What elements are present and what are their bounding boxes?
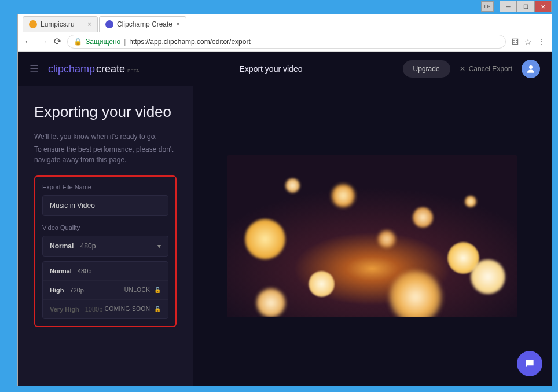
lock-icon: 🔒 [74,38,82,46]
file-name-input[interactable]: Music in Video [42,195,168,216]
option-label: Normal [50,268,72,274]
tab-title: Clipchamp Create [117,20,172,28]
menu-icon[interactable]: ⋮ [538,37,546,46]
lock-icon: 🔒 [154,287,161,293]
quality-option-veryhigh: Very High 1080p COMING SOON 🔒 [43,300,168,318]
quality-option-normal[interactable]: Normal 480p [43,262,168,281]
tab-favicon [29,20,37,28]
tab-clipchamp[interactable]: Clipchamp Create × [99,16,186,32]
reload-button[interactable]: ⟳ [54,36,61,47]
svg-point-0 [529,65,533,69]
option-unlock: UNLOCK 🔒 [124,287,161,293]
tab-favicon [105,20,113,28]
tab-title: Lumpics.ru [41,20,75,28]
close-window-button[interactable]: ✕ [534,1,552,12]
option-label: High [50,287,64,294]
tab-close-icon[interactable]: × [87,20,91,28]
quality-label: Video Quality [42,224,168,231]
app-content: ☰ clipchamp create BETA Export your vide… [18,52,552,386]
option-coming-soon: COMING SOON 🔒 [105,306,161,312]
chevron-down-icon: ▾ [157,242,161,250]
logo[interactable]: clipchamp create BETA [48,63,139,75]
app-header: ☰ clipchamp create BETA Export your vide… [18,52,552,86]
window-controls: ─ ☐ ✕ [500,1,552,12]
upgrade-button[interactable]: Upgrade [403,60,450,78]
secure-label: Защищено [86,38,120,46]
close-icon: ✕ [460,65,465,73]
forward-button[interactable]: → [39,36,48,47]
back-button[interactable]: ← [24,36,33,47]
url-field[interactable]: 🔒 Защищено | https://app.clipchamp.com/e… [67,35,506,49]
tab-close-icon[interactable]: × [176,20,180,28]
option-res: 720p [69,287,83,294]
lock-icon: 🔒 [154,306,161,312]
chat-button[interactable] [517,351,542,376]
export-form: Export File Name Music in Video Video Qu… [34,175,177,327]
star-icon[interactable]: ☆ [524,37,532,46]
export-desc-2: To ensure the best performance, please d… [34,144,177,165]
app-body: Exporting your video We'll let you know … [18,86,552,386]
url-text: https://app.clipchamp.com/editor/export [129,38,250,46]
export-panel: Exporting your video We'll let you know … [18,86,193,386]
cancel-export-button[interactable]: ✕ Cancel Export [460,65,512,73]
export-title: Exporting your video [34,102,177,122]
translate-icon[interactable]: ⚃ [512,37,519,46]
logo-beta: BETA [127,68,139,74]
selected-resolution: 480p [80,242,96,250]
option-res: 1080p [85,306,103,313]
tab-lumpics[interactable]: Lumpics.ru × [23,16,98,32]
tab-strip: Lumpics.ru × Clipchamp Create × [18,14,552,32]
logo-create: create [96,63,125,75]
maximize-button[interactable]: ☐ [517,1,534,12]
page-title: Export your video [148,64,393,74]
address-bar: ← → ⟳ 🔒 Защищено | https://app.clipchamp… [18,32,552,52]
option-res: 480p [78,268,91,274]
quality-dropdown: Normal 480p High 720p UNLOCK 🔒 [42,261,168,319]
browser-window: LP ─ ☐ ✕ Lumpics.ru × Clipchamp Create ×… [17,14,552,386]
quality-option-high[interactable]: High 720p UNLOCK 🔒 [43,281,168,300]
quality-select[interactable]: Normal 480p ▾ [42,236,168,257]
lp-badge: LP [481,1,494,12]
file-name-label: Export File Name [42,184,168,190]
avatar[interactable] [522,60,540,78]
option-label: Very High [50,306,79,313]
export-desc-1: We'll let you know when it's ready to go… [34,131,177,142]
cancel-label: Cancel Export [469,65,512,73]
hamburger-icon[interactable]: ☰ [30,63,39,75]
minimize-button[interactable]: ─ [500,1,517,12]
preview-area [193,86,552,386]
addr-icons: ⚃ ☆ ⋮ [512,37,546,46]
video-preview [227,155,517,317]
selected-quality: Normal [50,242,74,250]
logo-clipchamp: clipchamp [48,63,95,75]
